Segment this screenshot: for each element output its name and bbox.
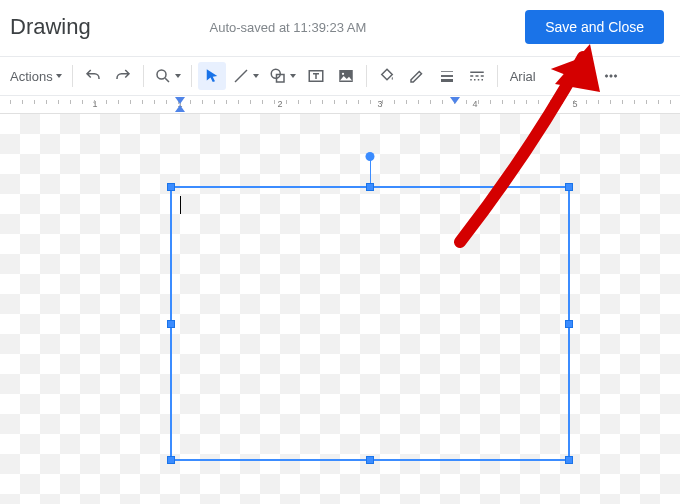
resize-handle-e[interactable] [565,320,573,328]
actions-menu[interactable]: Actions [6,62,66,90]
actions-label: Actions [10,69,53,84]
save-close-button[interactable]: Save and Close [525,10,664,44]
zoom-button[interactable] [150,62,185,90]
image-tool-button[interactable] [332,62,360,90]
line-color-button[interactable] [403,62,431,90]
dialog-header: Drawing Auto-saved at 11:39:23 AM Save a… [0,0,680,56]
redo-button[interactable] [109,62,137,90]
chevron-down-icon [572,74,578,78]
svg-point-6 [605,75,607,77]
svg-point-0 [157,70,166,79]
font-name-label: Arial [510,69,536,84]
chevron-down-icon [253,74,259,78]
line-color-icon [408,67,426,85]
fill-color-icon [378,67,396,85]
undo-icon [84,67,102,85]
resize-handle-sw[interactable] [167,456,175,464]
resize-handle-s[interactable] [366,456,374,464]
zoom-icon [154,67,172,85]
text-cursor [180,196,181,214]
resize-handle-se[interactable] [565,456,573,464]
line-weight-icon [438,67,456,85]
undo-button[interactable] [79,62,107,90]
chevron-down-icon [175,74,181,78]
resize-handle-n[interactable] [366,183,374,191]
drawing-canvas[interactable] [0,114,680,504]
select-tool-button[interactable] [198,62,226,90]
shape-icon [269,67,287,85]
rotation-connector [370,158,371,183]
svg-point-7 [609,75,611,77]
separator [366,65,367,87]
shape-tool-button[interactable] [265,62,300,90]
line-dash-button[interactable] [463,62,491,90]
separator [143,65,144,87]
chevron-down-icon [290,74,296,78]
textbox-icon [307,67,325,85]
textbox-tool-button[interactable] [302,62,330,90]
toolbar: Actions [0,56,680,96]
separator [497,65,498,87]
selected-textbox[interactable] [170,186,570,461]
resize-handle-nw[interactable] [167,183,175,191]
resize-handle-ne[interactable] [565,183,573,191]
more-icon [602,67,620,85]
chevron-down-icon [56,74,62,78]
svg-point-8 [614,75,616,77]
image-icon [337,67,355,85]
font-picker[interactable]: Arial [504,62,584,90]
svg-point-5 [342,73,344,75]
autosave-status: Auto-saved at 11:39:23 AM [51,20,525,35]
redo-icon [114,67,132,85]
line-dash-icon [468,67,486,85]
select-icon [203,67,221,85]
rotation-handle[interactable] [366,152,375,161]
line-icon [232,67,250,85]
more-button[interactable] [597,62,625,90]
line-weight-button[interactable] [433,62,461,90]
separator [72,65,73,87]
resize-handle-w[interactable] [167,320,175,328]
separator [191,65,192,87]
line-tool-button[interactable] [228,62,263,90]
fill-color-button[interactable] [373,62,401,90]
separator [590,65,591,87]
horizontal-ruler: 112345 [0,96,680,114]
